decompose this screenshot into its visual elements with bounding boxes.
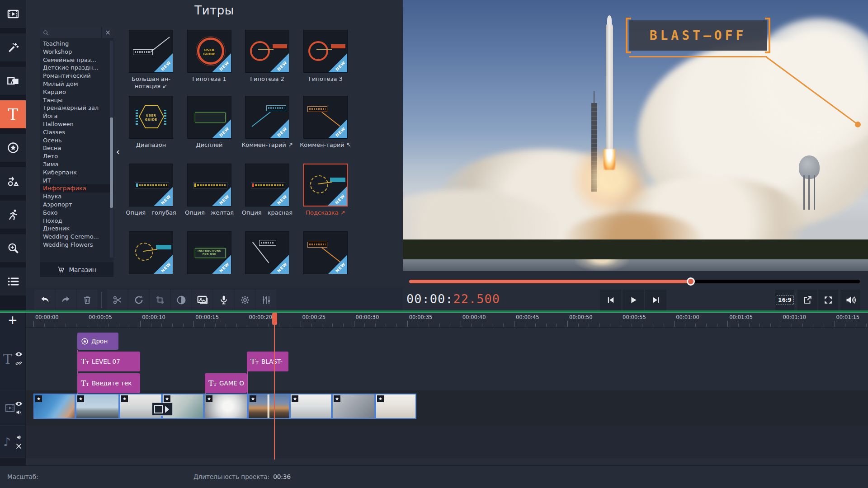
category-scrollbar[interactable] xyxy=(110,41,113,258)
stock-media-button[interactable] xyxy=(192,290,212,310)
title-template-дисплей[interactable]: NEWДисплей xyxy=(180,96,238,149)
preview-seekbar[interactable] xyxy=(409,280,860,283)
eye-icon[interactable] xyxy=(15,401,22,406)
titles-track-header[interactable]: T xyxy=(0,327,25,390)
previous-frame-button[interactable] xyxy=(600,290,621,310)
video-track-header[interactable] xyxy=(0,390,25,426)
delete-button[interactable] xyxy=(77,290,97,310)
title-clip-дрон[interactable]: Дрон xyxy=(77,333,118,350)
title-template-гипотеза-3[interactable]: NEWГипотеза 3 xyxy=(297,30,354,83)
title-template-большая-ан-нотация-[interactable]: NEWБольшая ан-нотация ↙ xyxy=(122,30,180,90)
category-item-23[interactable]: Поход xyxy=(40,217,113,225)
eye-icon[interactable] xyxy=(15,352,22,357)
title-template-гипотеза-1[interactable]: USER GUIDENEWГипотеза 1 xyxy=(180,30,238,83)
add-track-button[interactable]: + xyxy=(0,313,25,327)
next-frame-button[interactable] xyxy=(645,290,666,310)
audio-track-header[interactable]: ♪ xyxy=(0,426,25,458)
category-item-17[interactable]: Киберпанк xyxy=(40,169,113,177)
title-template-диапазон[interactable]: USER GUIDEДиапазон xyxy=(122,96,180,149)
detach-player-button[interactable] xyxy=(797,290,817,310)
overlay-pointer-dot[interactable] xyxy=(855,122,861,127)
video-clip-8[interactable]: ★ xyxy=(332,394,375,419)
redo-button[interactable] xyxy=(56,290,76,310)
category-item-19[interactable]: Инфографика xyxy=(40,184,113,192)
close-icon[interactable]: × xyxy=(102,27,113,38)
sidebar-item-callouts[interactable] xyxy=(0,167,26,195)
undo-button[interactable] xyxy=(34,290,55,310)
category-item-1[interactable]: Teaching xyxy=(40,40,113,48)
title-template-коммен-тарий-[interactable]: NEWКоммен-тарий ↗ xyxy=(238,96,296,149)
title-clip-введите-тек[interactable]: TтВведите тек xyxy=(77,373,140,393)
category-item-15[interactable]: Лето xyxy=(40,152,113,160)
category-item-2[interactable]: Workshop xyxy=(40,48,113,56)
store-button[interactable]: Магазин xyxy=(40,262,113,277)
crop-button[interactable] xyxy=(150,290,170,310)
speaker-icon[interactable] xyxy=(15,409,22,415)
unlink-icon[interactable] xyxy=(16,443,22,449)
category-item-4[interactable]: Детские праздн... xyxy=(40,64,113,72)
category-item-6[interactable]: Милый дом xyxy=(40,80,113,88)
audio-lane[interactable] xyxy=(26,426,868,458)
category-item-14[interactable]: Весна xyxy=(40,144,113,152)
rotate-button[interactable] xyxy=(128,290,149,310)
aspect-ratio-button[interactable]: 16:9 xyxy=(775,290,794,310)
video-clip-5[interactable]: ★ xyxy=(204,394,248,419)
sidebar-item-filters[interactable] xyxy=(0,33,26,61)
seekbar-handle[interactable] xyxy=(687,277,695,286)
sidebar-item-pan-zoom[interactable] xyxy=(0,234,26,262)
category-item-26[interactable]: Wedding Flowers xyxy=(40,241,113,249)
title-template-гипотеза-2[interactable]: NEWГипотеза 2 xyxy=(238,30,296,83)
category-item-8[interactable]: Танцы xyxy=(40,96,113,104)
title-template-подсказка-[interactable]: NEWПодсказка ↗ xyxy=(297,164,354,216)
sidebar-item-media[interactable] xyxy=(0,0,26,28)
clip-properties-button[interactable] xyxy=(235,290,255,310)
play-button[interactable] xyxy=(623,290,644,310)
category-item-11[interactable]: Halloween xyxy=(40,120,113,128)
video-clip-7[interactable]: ★ xyxy=(290,394,332,419)
title-clip-game-o[interactable]: TтGAME O xyxy=(205,373,247,393)
link-icon[interactable] xyxy=(15,360,22,366)
split-button[interactable] xyxy=(107,290,127,310)
category-item-10[interactable]: Йога xyxy=(40,112,113,120)
title-template-row4-2[interactable]: INSTRUCTIONS FOR USENEW xyxy=(180,231,238,274)
category-item-20[interactable]: Наука xyxy=(40,192,113,201)
category-item-24[interactable]: Дневник xyxy=(40,225,113,233)
video-clip-2[interactable]: ★ xyxy=(75,394,119,419)
record-voice-button[interactable] xyxy=(213,290,234,310)
category-item-16[interactable]: Зима xyxy=(40,160,113,169)
title-overlay-box[interactable]: BLAST—OFF xyxy=(629,20,767,51)
category-item-22[interactable]: Бохо xyxy=(40,209,113,217)
sidebar-item-transitions[interactable] xyxy=(0,67,26,95)
title-clip-blast-[interactable]: TтBLAST- xyxy=(247,352,288,371)
video-clip-9[interactable]: ★ xyxy=(375,394,416,419)
sidebar-item-stickers[interactable] xyxy=(0,134,26,162)
title-template-row4-1[interactable]: NEW xyxy=(122,231,180,274)
scrollbar-thumb[interactable] xyxy=(110,117,113,208)
video-clip-1[interactable]: ★ xyxy=(33,394,75,419)
category-item-7[interactable]: Кардио xyxy=(40,88,113,96)
playhead-handle[interactable] xyxy=(272,313,277,325)
category-item-12[interactable]: Classes xyxy=(40,128,113,136)
title-template-опция-желтая[interactable]: NEWОпция - желтая xyxy=(180,164,238,216)
sidebar-item-titles[interactable]: T xyxy=(0,100,26,128)
category-item-3[interactable]: Семейные праз... xyxy=(40,56,113,64)
tools-button[interactable] xyxy=(256,290,276,310)
title-template-коммен-тарий-[interactable]: NEWКоммен-тарий ↖ xyxy=(297,96,354,149)
title-template-опция-голубая[interactable]: NEWОпция - голубая xyxy=(122,164,180,216)
timeline-ruler[interactable]: 00:00:0000:00:0500:00:1000:00:1500:00:20… xyxy=(26,313,868,328)
category-item-13[interactable]: Осень xyxy=(40,136,113,145)
playhead-line[interactable] xyxy=(274,313,275,460)
category-item-9[interactable]: Тренажерный зал xyxy=(40,104,113,112)
video-clip-6[interactable]: ★ xyxy=(248,394,290,419)
title-clip-level-07[interactable]: TтLEVEL 07 xyxy=(77,352,140,371)
category-item-21[interactable]: Аэропорт xyxy=(40,201,113,209)
sidebar-item-properties[interactable] xyxy=(0,267,26,296)
color-adjustments-button[interactable] xyxy=(171,290,191,310)
category-item-18[interactable]: ИТ xyxy=(40,177,113,185)
title-template-row4-3[interactable]: NEW xyxy=(238,231,296,274)
category-item-5[interactable]: Романтический xyxy=(40,72,113,80)
transition-badge[interactable] xyxy=(152,403,173,416)
category-search-input[interactable] xyxy=(40,27,101,38)
title-template-row4-4[interactable]: NEW xyxy=(297,231,354,274)
title-template-опция-красная[interactable]: NEWОпция - красная xyxy=(238,164,296,216)
